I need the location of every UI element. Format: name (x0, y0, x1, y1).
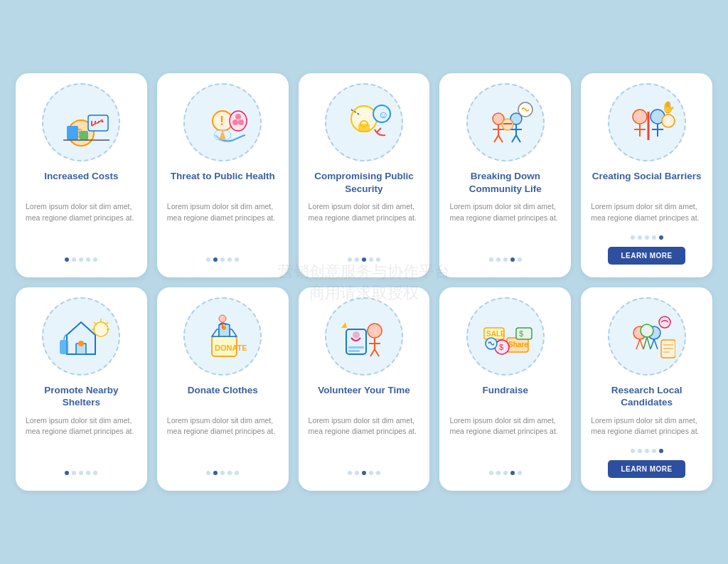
dot-3[interactable] (510, 471, 515, 475)
dot-0[interactable] (348, 471, 352, 475)
dot-0[interactable] (206, 471, 210, 475)
learn-more-button-research-local-candidates[interactable]: LEARN MORE (608, 460, 685, 478)
card-title-increased-costs: Increased Costs (44, 170, 118, 196)
card-dots-donate-clothes (206, 471, 239, 475)
dot-3[interactable] (369, 471, 373, 475)
card-body-creating-social-barriers: Lorem ipsum dolor sit dim amet, mea regi… (591, 201, 702, 224)
dot-3[interactable] (86, 471, 90, 475)
dot-1[interactable] (355, 471, 359, 475)
card-title-breaking-down-community-life: Breaking Down Community Life (449, 170, 561, 196)
card-icon-increased-costs (42, 83, 120, 161)
card-title-threat-public-health: Threat to Public Health (171, 170, 275, 196)
card-title-promote-nearby-shelters: Promote Nearby Shelters (26, 384, 137, 410)
dot-2[interactable] (645, 449, 649, 453)
dot-4[interactable] (659, 449, 663, 453)
dot-4[interactable] (235, 471, 239, 475)
card-icon-fundraise (466, 297, 545, 376)
card-icon-creating-social-barriers (608, 83, 686, 161)
dot-1[interactable] (638, 449, 642, 453)
dot-1[interactable] (213, 257, 218, 262)
card-icon-donate-clothes (183, 297, 262, 376)
dot-3[interactable] (228, 257, 232, 262)
card-title-volunteer-your-time: Volunteer Your Time (318, 384, 410, 410)
dot-3[interactable] (228, 471, 232, 475)
card-icon-volunteer-your-time (325, 297, 403, 376)
card-donate-clothes: Donate ClothesLorem ipsum dolor sit dim … (157, 287, 289, 491)
dot-0[interactable] (489, 471, 493, 475)
card-body-fundraise: Lorem ipsum dolor sit dim amet, mea regi… (449, 415, 561, 460)
dot-2[interactable] (362, 257, 366, 262)
card-body-promote-nearby-shelters: Lorem ipsum dolor sit dim amet, mea regi… (26, 415, 137, 460)
card-dots-fundraise (489, 471, 522, 475)
card-increased-costs: Increased CostsLorem ipsum dolor sit dim… (16, 73, 147, 277)
dot-4[interactable] (376, 471, 380, 475)
dot-3[interactable] (86, 257, 90, 262)
card-breaking-down-community-life: Breaking Down Community LifeLorem ipsum … (439, 73, 571, 277)
card-fundraise: FundraiseLorem ipsum dolor sit dim amet,… (439, 287, 571, 491)
card-dots-creating-social-barriers (631, 235, 663, 240)
dot-3[interactable] (652, 235, 656, 240)
card-dots-volunteer-your-time (348, 471, 380, 475)
card-dots-promote-nearby-shelters (65, 471, 97, 475)
dot-4[interactable] (518, 471, 522, 475)
dot-0[interactable] (489, 257, 493, 262)
dot-0[interactable] (65, 471, 69, 475)
card-body-donate-clothes: Lorem ipsum dolor sit dim amet, mea regi… (167, 415, 279, 460)
dot-0[interactable] (348, 257, 352, 262)
dot-2[interactable] (79, 471, 83, 475)
card-body-threat-public-health: Lorem ipsum dolor sit dim amet, mea regi… (167, 201, 279, 246)
dot-2[interactable] (503, 257, 508, 262)
dot-0[interactable] (631, 449, 635, 453)
dot-4[interactable] (518, 257, 522, 262)
card-dots-breaking-down-community-life (489, 257, 522, 262)
dot-4[interactable] (659, 235, 663, 240)
dot-1[interactable] (638, 235, 642, 240)
dot-0[interactable] (206, 257, 210, 262)
card-icon-promote-nearby-shelters (42, 297, 120, 376)
cards-grid: Increased CostsLorem ipsum dolor sit dim… (16, 73, 712, 491)
dot-1[interactable] (355, 257, 359, 262)
card-icon-threat-public-health (183, 83, 262, 161)
dot-4[interactable] (235, 257, 239, 262)
card-research-local-candidates: Research Local CandidatesLorem ipsum dol… (581, 287, 712, 491)
dot-1[interactable] (496, 257, 500, 262)
card-icon-breaking-down-community-life (466, 83, 545, 161)
card-threat-public-health: Threat to Public HealthLorem ipsum dolor… (157, 73, 289, 277)
card-title-creating-social-barriers: Creating Social Barriers (592, 170, 702, 196)
dot-1[interactable] (72, 257, 76, 262)
dot-0[interactable] (65, 257, 69, 262)
card-volunteer-your-time: Volunteer Your TimeLorem ipsum dolor sit… (299, 287, 430, 491)
dot-3[interactable] (369, 257, 373, 262)
dot-2[interactable] (220, 471, 225, 475)
dot-2[interactable] (362, 471, 366, 475)
dot-2[interactable] (645, 235, 649, 240)
card-body-research-local-candidates: Lorem ipsum dolor sit dim amet, mea regi… (591, 415, 702, 438)
card-dots-compromising-public-security (348, 257, 380, 262)
dot-1[interactable] (72, 471, 76, 475)
card-body-increased-costs: Lorem ipsum dolor sit dim amet, mea regi… (26, 201, 137, 246)
learn-more-button-creating-social-barriers[interactable]: LEARN MORE (608, 247, 685, 265)
card-title-research-local-candidates: Research Local Candidates (591, 384, 702, 410)
card-icon-research-local-candidates (608, 297, 686, 376)
dot-4[interactable] (93, 471, 97, 475)
dot-3[interactable] (510, 257, 515, 262)
dot-4[interactable] (376, 257, 380, 262)
card-body-compromising-public-security: Lorem ipsum dolor sit dim amet, mea regi… (309, 201, 420, 246)
dot-2[interactable] (220, 257, 225, 262)
card-body-breaking-down-community-life: Lorem ipsum dolor sit dim amet, mea regi… (449, 201, 561, 246)
dot-0[interactable] (631, 235, 635, 240)
card-title-fundraise: Fundraise (483, 384, 529, 410)
dot-1[interactable] (213, 471, 218, 475)
card-compromising-public-security: Compromising Public SecurityLorem ipsum … (299, 73, 430, 277)
dot-4[interactable] (93, 257, 97, 262)
dot-2[interactable] (503, 471, 508, 475)
dot-3[interactable] (652, 449, 656, 453)
card-dots-research-local-candidates (631, 449, 663, 453)
card-creating-social-barriers: Creating Social BarriersLorem ipsum dolo… (581, 73, 712, 277)
card-dots-threat-public-health (206, 257, 239, 262)
card-body-volunteer-your-time: Lorem ipsum dolor sit dim amet, mea regi… (309, 415, 420, 460)
dot-1[interactable] (496, 471, 500, 475)
dot-2[interactable] (79, 257, 83, 262)
card-icon-compromising-public-security (325, 83, 403, 161)
card-promote-nearby-shelters: Promote Nearby SheltersLorem ipsum dolor… (16, 287, 147, 491)
